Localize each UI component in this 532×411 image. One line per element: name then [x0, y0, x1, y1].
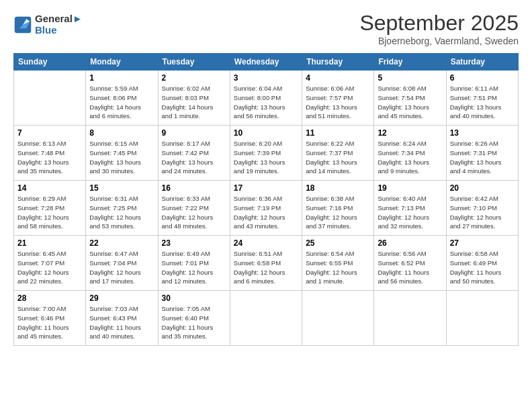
calendar-cell: 18Sunrise: 6:38 AM Sunset: 7:16 PM Dayli…	[302, 181, 374, 236]
day-info: Sunrise: 6:31 AM Sunset: 7:25 PM Dayligh…	[89, 194, 154, 231]
calendar-cell: 20Sunrise: 6:42 AM Sunset: 7:10 PM Dayli…	[446, 181, 518, 236]
calendar-cell: 15Sunrise: 6:31 AM Sunset: 7:25 PM Dayli…	[86, 181, 158, 236]
calendar-cell: 3Sunrise: 6:04 AM Sunset: 8:00 PM Daylig…	[230, 71, 302, 126]
day-number: 7	[17, 128, 82, 138]
day-info: Sunrise: 6:54 AM Sunset: 6:55 PM Dayligh…	[306, 249, 370, 286]
day-number: 22	[89, 238, 154, 248]
day-info: Sunrise: 6:47 AM Sunset: 7:04 PM Dayligh…	[89, 249, 154, 286]
calendar-cell: 21Sunrise: 6:45 AM Sunset: 7:07 PM Dayli…	[14, 236, 86, 291]
header-saturday: Saturday	[446, 54, 518, 71]
calendar-cell: 19Sunrise: 6:40 AM Sunset: 7:13 PM Dayli…	[374, 181, 446, 236]
calendar-cell: 11Sunrise: 6:22 AM Sunset: 7:37 PM Dayli…	[302, 126, 374, 181]
day-number: 23	[162, 238, 226, 248]
day-info: Sunrise: 6:51 AM Sunset: 6:58 PM Dayligh…	[234, 249, 298, 286]
day-number: 10	[234, 128, 298, 138]
header-wednesday: Wednesday	[230, 54, 302, 71]
day-number: 29	[89, 293, 154, 303]
logo-text: General► Blue	[35, 13, 83, 36]
header-sunday: Sunday	[14, 54, 86, 71]
day-number: 25	[306, 238, 370, 248]
day-number: 17	[234, 183, 298, 193]
day-number: 14	[17, 183, 82, 193]
calendar-cell: 14Sunrise: 6:29 AM Sunset: 7:28 PM Dayli…	[14, 181, 86, 236]
day-info: Sunrise: 6:22 AM Sunset: 7:37 PM Dayligh…	[306, 139, 370, 176]
day-info: Sunrise: 5:59 AM Sunset: 8:06 PM Dayligh…	[89, 84, 154, 121]
calendar-cell: 5Sunrise: 6:08 AM Sunset: 7:54 PM Daylig…	[374, 71, 446, 126]
calendar-cell: 12Sunrise: 6:24 AM Sunset: 7:34 PM Dayli…	[374, 126, 446, 181]
day-number: 15	[89, 183, 154, 193]
day-info: Sunrise: 6:11 AM Sunset: 7:51 PM Dayligh…	[450, 84, 515, 121]
day-number: 4	[306, 73, 370, 83]
day-number: 12	[378, 128, 442, 138]
title-block: September 2025 Bjoerneborg, Vaermland, S…	[359, 11, 519, 46]
day-number: 6	[450, 73, 515, 83]
day-info: Sunrise: 6:08 AM Sunset: 7:54 PM Dayligh…	[378, 84, 442, 121]
day-info: Sunrise: 6:20 AM Sunset: 7:39 PM Dayligh…	[234, 139, 298, 176]
calendar-week-row: 1Sunrise: 5:59 AM Sunset: 8:06 PM Daylig…	[14, 71, 519, 126]
day-info: Sunrise: 6:33 AM Sunset: 7:22 PM Dayligh…	[162, 194, 226, 231]
calendar-cell: 6Sunrise: 6:11 AM Sunset: 7:51 PM Daylig…	[446, 71, 518, 126]
day-info: Sunrise: 6:26 AM Sunset: 7:31 PM Dayligh…	[450, 139, 515, 176]
calendar-cell: 13Sunrise: 6:26 AM Sunset: 7:31 PM Dayli…	[446, 126, 518, 181]
calendar-cell: 27Sunrise: 6:58 AM Sunset: 6:49 PM Dayli…	[446, 236, 518, 291]
calendar-cell: 2Sunrise: 6:02 AM Sunset: 8:03 PM Daylig…	[158, 71, 230, 126]
day-info: Sunrise: 6:38 AM Sunset: 7:16 PM Dayligh…	[306, 194, 370, 231]
header: General► Blue September 2025 Bjoerneborg…	[13, 11, 519, 46]
day-info: Sunrise: 6:02 AM Sunset: 8:03 PM Dayligh…	[162, 84, 226, 121]
calendar-cell: 16Sunrise: 6:33 AM Sunset: 7:22 PM Dayli…	[158, 181, 230, 236]
day-info: Sunrise: 6:15 AM Sunset: 7:45 PM Dayligh…	[89, 139, 154, 176]
calendar-cell: 30Sunrise: 7:05 AM Sunset: 6:40 PM Dayli…	[158, 291, 230, 346]
calendar-cell: 22Sunrise: 6:47 AM Sunset: 7:04 PM Dayli…	[86, 236, 158, 291]
day-number: 11	[306, 128, 370, 138]
day-number: 16	[162, 183, 226, 193]
calendar-cell: 7Sunrise: 6:13 AM Sunset: 7:48 PM Daylig…	[14, 126, 86, 181]
logo-icon	[13, 15, 32, 34]
day-info: Sunrise: 6:24 AM Sunset: 7:34 PM Dayligh…	[378, 139, 442, 176]
calendar-cell: 17Sunrise: 6:36 AM Sunset: 7:19 PM Dayli…	[230, 181, 302, 236]
calendar-cell: 28Sunrise: 7:00 AM Sunset: 6:46 PM Dayli…	[14, 291, 86, 346]
calendar-cell: 29Sunrise: 7:03 AM Sunset: 6:43 PM Dayli…	[86, 291, 158, 346]
day-number: 1	[89, 73, 154, 83]
day-number: 27	[450, 238, 515, 248]
calendar-cell	[230, 291, 302, 346]
header-friday: Friday	[374, 54, 446, 71]
location-subtitle: Bjoerneborg, Vaermland, Sweden	[359, 36, 519, 46]
day-info: Sunrise: 6:17 AM Sunset: 7:42 PM Dayligh…	[162, 139, 226, 176]
page: General► Blue September 2025 Bjoerneborg…	[0, 0, 532, 411]
day-number: 5	[378, 73, 442, 83]
day-info: Sunrise: 6:06 AM Sunset: 7:57 PM Dayligh…	[306, 84, 370, 121]
day-info: Sunrise: 6:36 AM Sunset: 7:19 PM Dayligh…	[234, 194, 298, 231]
day-number: 9	[162, 128, 226, 138]
day-info: Sunrise: 7:05 AM Sunset: 6:40 PM Dayligh…	[162, 304, 226, 341]
day-number: 26	[378, 238, 442, 248]
calendar-week-row: 21Sunrise: 6:45 AM Sunset: 7:07 PM Dayli…	[14, 236, 519, 291]
weekday-header-row: Sunday Monday Tuesday Wednesday Thursday…	[14, 54, 519, 71]
calendar-cell: 26Sunrise: 6:56 AM Sunset: 6:52 PM Dayli…	[374, 236, 446, 291]
calendar-cell	[14, 71, 86, 126]
logo: General► Blue	[13, 13, 83, 36]
header-thursday: Thursday	[302, 54, 374, 71]
day-info: Sunrise: 6:58 AM Sunset: 6:49 PM Dayligh…	[450, 249, 515, 286]
day-info: Sunrise: 6:45 AM Sunset: 7:07 PM Dayligh…	[17, 249, 82, 286]
calendar-cell: 4Sunrise: 6:06 AM Sunset: 7:57 PM Daylig…	[302, 71, 374, 126]
calendar-cell: 23Sunrise: 6:49 AM Sunset: 7:01 PM Dayli…	[158, 236, 230, 291]
day-info: Sunrise: 6:04 AM Sunset: 8:00 PM Dayligh…	[234, 84, 298, 121]
day-number: 19	[378, 183, 442, 193]
day-info: Sunrise: 6:56 AM Sunset: 6:52 PM Dayligh…	[378, 249, 442, 286]
day-info: Sunrise: 7:03 AM Sunset: 6:43 PM Dayligh…	[89, 304, 154, 341]
day-info: Sunrise: 6:13 AM Sunset: 7:48 PM Dayligh…	[17, 139, 82, 176]
calendar-cell: 25Sunrise: 6:54 AM Sunset: 6:55 PM Dayli…	[302, 236, 374, 291]
day-number: 24	[234, 238, 298, 248]
day-number: 13	[450, 128, 515, 138]
day-number: 3	[234, 73, 298, 83]
calendar-cell: 9Sunrise: 6:17 AM Sunset: 7:42 PM Daylig…	[158, 126, 230, 181]
calendar-week-row: 14Sunrise: 6:29 AM Sunset: 7:28 PM Dayli…	[14, 181, 519, 236]
header-tuesday: Tuesday	[158, 54, 230, 71]
day-info: Sunrise: 6:42 AM Sunset: 7:10 PM Dayligh…	[450, 194, 515, 231]
day-number: 2	[162, 73, 226, 83]
calendar-cell: 1Sunrise: 5:59 AM Sunset: 8:06 PM Daylig…	[86, 71, 158, 126]
day-number: 28	[17, 293, 82, 303]
calendar-cell	[374, 291, 446, 346]
day-number: 20	[450, 183, 515, 193]
day-info: Sunrise: 6:29 AM Sunset: 7:28 PM Dayligh…	[17, 194, 82, 231]
